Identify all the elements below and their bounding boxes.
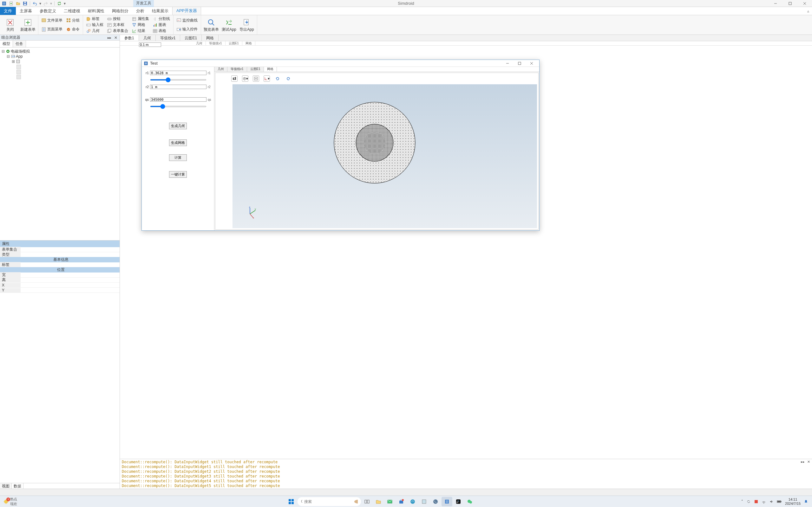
- save-icon[interactable]: [22, 1, 28, 6]
- panel-tab-model[interactable]: 模型: [0, 41, 13, 47]
- undo-icon[interactable]: [32, 1, 38, 6]
- fit-view-icon[interactable]: [253, 75, 259, 82]
- inner-tab-cloud[interactable]: 云图E1: [225, 41, 242, 45]
- taskbar-taskview[interactable]: [362, 497, 372, 506]
- close-button[interactable]: [798, 0, 812, 7]
- taskbar-douyin[interactable]: [453, 497, 464, 506]
- ribbon-tab-file[interactable]: 文件: [0, 7, 16, 15]
- group-button[interactable]: 分组: [65, 17, 81, 23]
- taskbar-app3[interactable]: [430, 497, 441, 506]
- form-collection-button[interactable]: 表单集合: [106, 28, 130, 34]
- ribbon-tab-analysis[interactable]: 分析: [132, 7, 148, 15]
- input-box-button[interactable]: 输入框: [85, 22, 105, 28]
- doc-tab-geom[interactable]: 几何: [139, 35, 156, 41]
- file-menu-button[interactable]: 文件菜单: [40, 17, 64, 23]
- camera-icon[interactable]: [231, 75, 238, 82]
- dialog-tab-cloud[interactable]: 云图E1: [247, 67, 264, 72]
- dialog-tab-contour[interactable]: 等值线v1: [227, 67, 247, 72]
- log-close-icon[interactable]: ✕: [806, 460, 811, 464]
- collapse-icon[interactable]: ⊟: [6, 54, 10, 59]
- chart-button[interactable]: 图表: [152, 22, 171, 28]
- new-icon[interactable]: [8, 1, 14, 6]
- gen-geometry-button[interactable]: 生成几何: [169, 123, 187, 129]
- doc-tab-mesh[interactable]: 网格: [202, 35, 218, 41]
- ribbon-tab-results[interactable]: 结果展示: [148, 7, 172, 15]
- tray-app-icon[interactable]: [754, 499, 758, 504]
- open-icon[interactable]: [15, 1, 21, 6]
- test-app-button[interactable]: 测试App: [220, 16, 238, 34]
- param-input-qs[interactable]: [150, 97, 206, 102]
- axes-select-icon[interactable]: ▾: [264, 75, 270, 82]
- result-button[interactable]: 结果: [131, 28, 150, 34]
- rotate-ccw-icon[interactable]: [274, 75, 281, 82]
- param-slider-qs[interactable]: [150, 106, 206, 107]
- panel-tab-task[interactable]: 任务: [13, 41, 26, 47]
- doc-tab-params[interactable]: 参数1: [120, 35, 139, 41]
- rotate-cw-icon[interactable]: [285, 75, 292, 82]
- mesh-button[interactable]: 网格: [131, 22, 150, 28]
- inner-tab-contour[interactable]: 等值线v1: [206, 41, 225, 45]
- page-menu-button[interactable]: 页面菜单: [40, 26, 64, 32]
- input-control-button[interactable]: 输入控件: [175, 26, 199, 32]
- param-input-r2[interactable]: [150, 84, 206, 89]
- expand-icon[interactable]: ⊞: [11, 59, 15, 64]
- table-button[interactable]: 表格: [152, 28, 171, 34]
- tray-battery-icon[interactable]: [777, 499, 782, 504]
- button-button[interactable]: 按钮: [106, 16, 130, 22]
- dialog-titlebar[interactable]: Test: [142, 60, 539, 67]
- taskbar-search[interactable]: [298, 497, 361, 506]
- panel-next-icon[interactable]: ▸▸: [107, 36, 112, 40]
- inner-tab-geom[interactable]: 几何: [193, 41, 206, 45]
- command-button[interactable]: 命令: [65, 26, 81, 32]
- ribbon-tab-app-dev[interactable]: APP开发器: [172, 7, 201, 15]
- tray-wifi-icon[interactable]: [762, 499, 766, 504]
- refresh-icon[interactable]: [56, 1, 62, 6]
- box-view-icon[interactable]: ▾: [242, 75, 248, 82]
- ribbon-tab-home[interactable]: 主屏幕: [16, 7, 36, 15]
- bottom-tab-view[interactable]: 视图: [0, 483, 12, 489]
- start-button[interactable]: [286, 497, 297, 506]
- tray-volume-icon[interactable]: [769, 499, 774, 504]
- one-click-button[interactable]: 一键计算: [169, 171, 187, 178]
- weather-widget[interactable]: 1 热点 现在: [3, 497, 17, 506]
- split-line-button[interactable]: 分割线: [152, 16, 171, 22]
- log-next-icon[interactable]: ▸▸: [801, 460, 805, 464]
- taskbar-simdroid[interactable]: [442, 497, 452, 506]
- dialog-minimize-button[interactable]: [502, 60, 513, 66]
- taskbar-wechat[interactable]: [464, 497, 475, 506]
- gen-mesh-button[interactable]: 生成网格: [169, 139, 187, 146]
- tree-app[interactable]: ⊟ APP App: [1, 54, 118, 59]
- collapse-icon[interactable]: ⊟: [1, 49, 5, 54]
- log-lines[interactable]: Document::recompute(): DataInputWidget s…: [120, 459, 812, 489]
- dialog-close-button[interactable]: [526, 60, 537, 66]
- geometry-button[interactable]: 几何: [85, 28, 105, 34]
- bg-input[interactable]: [139, 43, 161, 47]
- taskbar-store[interactable]: [396, 497, 407, 506]
- dialog-maximize-button[interactable]: [514, 60, 525, 66]
- label-button[interactable]: 标签: [85, 16, 105, 22]
- refresh-dropdown-icon[interactable]: ▾: [63, 1, 66, 6]
- dialog-tab-geom[interactable]: 几何: [214, 67, 227, 72]
- taskbar-search-input[interactable]: [304, 499, 352, 504]
- taskbar-explorer[interactable]: [373, 497, 384, 506]
- compute-button[interactable]: 计算: [169, 154, 187, 161]
- bottom-tab-data[interactable]: 数据: [12, 483, 23, 489]
- inner-tab-mesh[interactable]: 网格: [242, 41, 255, 45]
- tray-sync-icon[interactable]: [746, 499, 751, 504]
- param-input-r1[interactable]: [150, 71, 206, 75]
- minimize-button[interactable]: [768, 0, 783, 7]
- property-set-button[interactable]: 属性集: [131, 16, 150, 22]
- monitor-curve-button[interactable]: 监控曲线: [175, 17, 199, 23]
- maximize-button[interactable]: [783, 0, 798, 7]
- param-slider-r1[interactable]: [150, 79, 206, 80]
- doc-tab-cloud[interactable]: 云图E1: [180, 35, 202, 41]
- doc-tab-contour[interactable]: 等值线v1: [156, 35, 181, 41]
- redo-dropdown-icon[interactable]: ▾: [50, 1, 52, 6]
- export-app-button[interactable]: 导出App: [238, 16, 256, 34]
- tree-child[interactable]: ⊞: [1, 59, 118, 64]
- preview-form-button[interactable]: 预览表单: [202, 16, 220, 34]
- taskbar-app2[interactable]: [419, 497, 429, 506]
- tray-chevron-icon[interactable]: ˄: [741, 499, 743, 504]
- dialog-tab-mesh[interactable]: 网格: [264, 67, 277, 72]
- tray-notifications-icon[interactable]: [804, 499, 808, 504]
